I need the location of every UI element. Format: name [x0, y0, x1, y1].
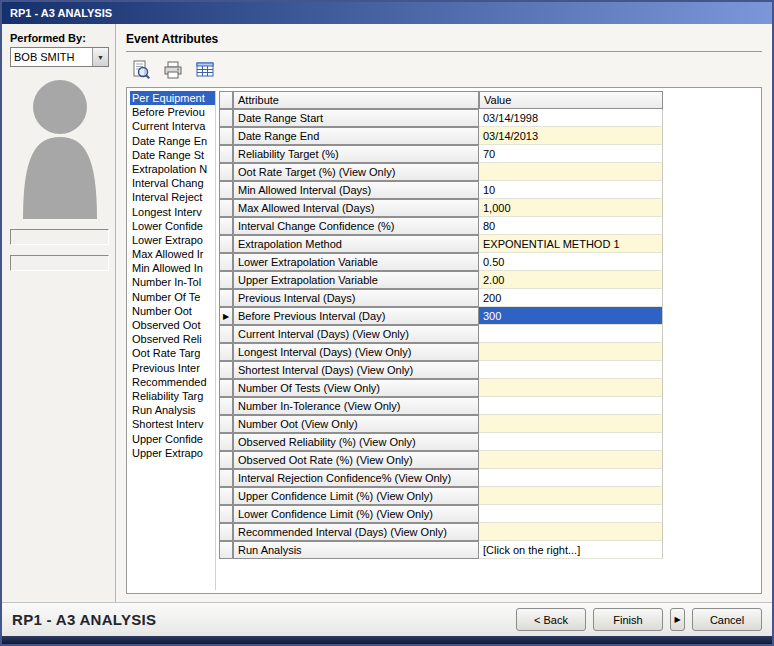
value-cell[interactable]: 1,000: [479, 199, 663, 217]
value-cell[interactable]: [479, 163, 663, 181]
attribute-cell[interactable]: Date Range End: [233, 127, 479, 145]
value-cell[interactable]: [479, 379, 663, 397]
value-cell[interactable]: [479, 343, 663, 361]
attribute-cell[interactable]: Observed Reliability (%) (View Only): [233, 433, 479, 451]
attribute-list-item[interactable]: Upper Confide: [130, 432, 215, 446]
row-selector[interactable]: [219, 487, 233, 505]
finish-button[interactable]: Finish: [593, 608, 663, 631]
attribute-cell[interactable]: Lower Confidence Limit (%) (View Only): [233, 505, 479, 523]
value-cell[interactable]: EXPONENTIAL METHOD 1: [479, 235, 663, 253]
value-cell[interactable]: [479, 415, 663, 433]
attribute-list-item[interactable]: Date Range St: [130, 148, 215, 162]
attribute-cell[interactable]: Number Of Tests (View Only): [233, 379, 479, 397]
next-arrow-button[interactable]: ▶: [670, 608, 685, 631]
attribute-list-item[interactable]: Interval Reject: [130, 190, 215, 204]
chevron-down-icon[interactable]: ▼: [92, 48, 108, 66]
attribute-cell[interactable]: Upper Confidence Limit (%) (View Only): [233, 487, 479, 505]
attribute-list-item[interactable]: Interval Chang: [130, 176, 215, 190]
row-selector[interactable]: [219, 109, 233, 127]
attribute-list-item[interactable]: Longest Interv: [130, 205, 215, 219]
attribute-cell[interactable]: Recommended Interval (Days) (View Only): [233, 523, 479, 541]
attribute-list-item[interactable]: Max Allowed Ir: [130, 247, 215, 261]
preview-button[interactable]: [128, 58, 154, 82]
row-selector[interactable]: [219, 433, 233, 451]
attribute-cell[interactable]: Lower Extrapolation Variable: [233, 253, 479, 271]
value-cell[interactable]: 80: [479, 217, 663, 235]
row-selector[interactable]: [219, 127, 233, 145]
attribute-cell[interactable]: Interval Rejection Confidence% (View Onl…: [233, 469, 479, 487]
attribute-cell[interactable]: Shortest Interval (Days) (View Only): [233, 361, 479, 379]
attribute-list-item[interactable]: Number Oot: [130, 304, 215, 318]
back-button[interactable]: < Back: [516, 608, 586, 631]
attribute-list-item[interactable]: Reliability Targ: [130, 389, 215, 403]
grid-view-button[interactable]: [192, 58, 218, 82]
row-selector[interactable]: [219, 469, 233, 487]
selected-row-marker[interactable]: ▶: [219, 307, 233, 325]
value-cell[interactable]: [479, 325, 663, 343]
row-selector[interactable]: [219, 325, 233, 343]
attribute-cell[interactable]: Upper Extrapolation Variable: [233, 271, 479, 289]
row-selector[interactable]: [219, 199, 233, 217]
attribute-list-item[interactable]: Lower Extrapo: [130, 233, 215, 247]
row-selector[interactable]: [219, 505, 233, 523]
row-selector[interactable]: [219, 253, 233, 271]
attribute-cell[interactable]: Number In-Tolerance (View Only): [233, 397, 479, 415]
attribute-list-item[interactable]: Recommended: [130, 375, 215, 389]
row-selector[interactable]: [219, 181, 233, 199]
row-selector[interactable]: [219, 289, 233, 307]
value-cell[interactable]: 03/14/2013: [479, 127, 663, 145]
attribute-cell[interactable]: Interval Change Confidence (%): [233, 217, 479, 235]
attribute-list-item[interactable]: Oot Rate Targ: [130, 346, 215, 360]
value-cell[interactable]: [479, 469, 663, 487]
value-cell[interactable]: 200: [479, 289, 663, 307]
attribute-cell[interactable]: Observed Oot Rate (%) (View Only): [233, 451, 479, 469]
row-selector[interactable]: [219, 361, 233, 379]
row-selector[interactable]: [219, 379, 233, 397]
value-cell[interactable]: 10: [479, 181, 663, 199]
attribute-cell[interactable]: Max Allowed Interval (Days): [233, 199, 479, 217]
attribute-cell[interactable]: Extrapolation Method: [233, 235, 479, 253]
row-selector[interactable]: [219, 145, 233, 163]
attribute-list-item[interactable]: Upper Extrapo: [130, 446, 215, 460]
value-cell[interactable]: 03/14/1998: [479, 109, 663, 127]
value-column-header[interactable]: Value: [479, 91, 663, 109]
attribute-cell[interactable]: Before Previous Interval (Day): [233, 307, 479, 325]
row-selector[interactable]: [219, 217, 233, 235]
value-cell[interactable]: 0.50: [479, 253, 663, 271]
attribute-cell[interactable]: Run Analysis: [233, 541, 479, 559]
value-cell[interactable]: [479, 487, 663, 505]
value-cell[interactable]: [479, 397, 663, 415]
title-bar[interactable]: RP1 - A3 ANALYSIS: [2, 2, 772, 24]
attribute-list-item[interactable]: Per Equipment: [130, 91, 215, 105]
row-selector[interactable]: [219, 235, 233, 253]
attribute-list-item[interactable]: Current Interva: [130, 119, 215, 133]
attribute-cell[interactable]: Previous Interval (Days): [233, 289, 479, 307]
attribute-cell[interactable]: Longest Interval (Days) (View Only): [233, 343, 479, 361]
row-selector[interactable]: [219, 271, 233, 289]
performed-by-select[interactable]: BOB SMITH ▼: [10, 47, 109, 67]
value-cell[interactable]: 2.00: [479, 271, 663, 289]
row-selector[interactable]: [219, 541, 233, 559]
attribute-list-item[interactable]: Shortest Interv: [130, 417, 215, 431]
attribute-list-item[interactable]: Run Analysis: [130, 403, 215, 417]
attribute-list-item[interactable]: Before Previou: [130, 105, 215, 119]
attribute-cell[interactable]: Reliability Target (%): [233, 145, 479, 163]
value-cell[interactable]: [479, 433, 663, 451]
attribute-list-item[interactable]: Number Of Te: [130, 290, 215, 304]
attribute-list-item[interactable]: Observed Reli: [130, 332, 215, 346]
attribute-list-item[interactable]: Previous Inter: [130, 361, 215, 375]
attribute-list-item[interactable]: Lower Confide: [130, 219, 215, 233]
attribute-list-item[interactable]: Date Range En: [130, 134, 215, 148]
row-selector[interactable]: [219, 523, 233, 541]
print-button[interactable]: [160, 58, 186, 82]
value-cell[interactable]: [479, 505, 663, 523]
row-selector[interactable]: [219, 397, 233, 415]
attribute-column-header[interactable]: Attribute: [233, 91, 479, 109]
row-selector[interactable]: [219, 451, 233, 469]
attribute-list-item[interactable]: Extrapolation N: [130, 162, 215, 176]
attribute-list-item[interactable]: Observed Oot: [130, 318, 215, 332]
attribute-cell[interactable]: Oot Rate Target (%) (View Only): [233, 163, 479, 181]
row-selector[interactable]: [219, 163, 233, 181]
row-selector[interactable]: [219, 343, 233, 361]
attribute-cell[interactable]: Min Allowed Interval (Days): [233, 181, 479, 199]
